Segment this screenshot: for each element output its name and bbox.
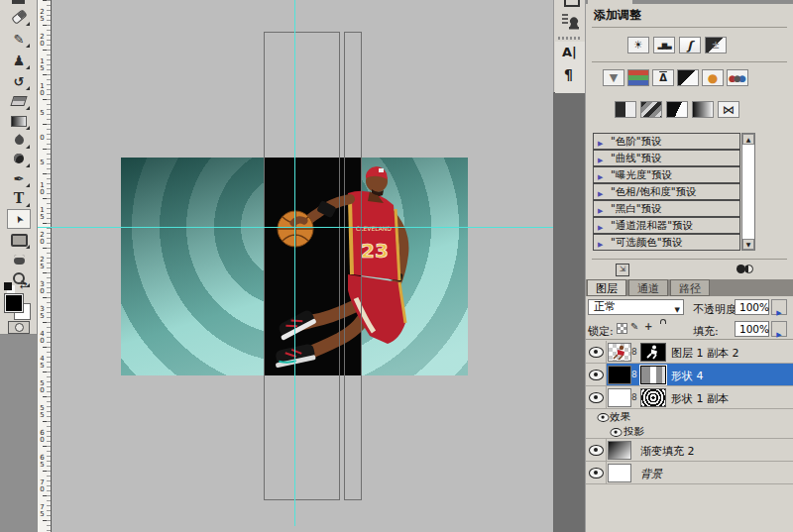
foreground-color-swatch[interactable] (5, 294, 23, 312)
pen-tool[interactable] (7, 168, 31, 188)
spot-healing-brush-tool[interactable] (7, 7, 31, 27)
curves-icon[interactable] (679, 37, 701, 53)
path-selection-tool[interactable] (7, 209, 31, 229)
vibrance-icon[interactable] (603, 69, 624, 86)
exposure-icon[interactable] (705, 37, 727, 53)
eye-icon[interactable] (598, 413, 610, 422)
preset-item[interactable]: "可选颜色"预设 (593, 234, 740, 251)
layer-thumbnail[interactable] (608, 343, 631, 362)
paragraph-panel-icon[interactable]: ¶ (564, 66, 573, 82)
swap-colors-icon[interactable]: ⇄ (20, 280, 28, 290)
clone-source-panel-icon[interactable] (561, 12, 579, 30)
lock-image-icon[interactable]: ✎ (630, 321, 638, 332)
clone-stamp-tool[interactable] (7, 51, 31, 70)
type-tool[interactable] (7, 188, 31, 208)
expand-panel-icon[interactable]: ⇲ (616, 264, 629, 276)
photoshop-workspace: ⇄ 25 20 15 10 5 0 5 10 15 20 25 30 35 40… (0, 0, 793, 532)
layer-row-layer1-copy2[interactable]: 图层 1 副本 2 (586, 341, 793, 364)
fill-value[interactable]: 100% (735, 321, 769, 337)
vertical-guide[interactable] (294, 0, 295, 526)
black-white-icon[interactable] (677, 69, 699, 86)
visibility-cell[interactable] (586, 386, 607, 408)
shape-path-outline-wide[interactable] (264, 32, 340, 500)
opacity-value[interactable]: 100% (735, 299, 769, 315)
photo-filter-icon[interactable] (702, 69, 724, 86)
divider (592, 61, 787, 62)
posterize-icon[interactable] (640, 101, 662, 118)
layer-row-background[interactable]: 背景 (586, 462, 793, 484)
layer-thumbnail[interactable] (608, 366, 631, 384)
layer-row-shape4-selected[interactable]: 形状 4 (586, 364, 793, 386)
eraser-tool[interactable] (7, 91, 31, 111)
shape-path-outline-narrow[interactable] (344, 32, 362, 500)
eye-icon[interactable] (589, 370, 604, 380)
hue-saturation-icon[interactable] (627, 69, 649, 86)
preset-item[interactable]: "色阶"预设 (593, 133, 740, 150)
preset-item[interactable]: "曝光度"预设 (593, 166, 740, 183)
drop-shadow-row[interactable]: 投影 (586, 424, 793, 439)
color-balance-icon[interactable] (652, 69, 674, 86)
lock-position-icon[interactable]: + (644, 321, 652, 332)
vertical-ruler[interactable]: 25 20 15 10 5 0 5 10 15 20 25 30 35 40 4… (38, 0, 52, 532)
levels-icon[interactable] (653, 37, 675, 53)
visibility-cell[interactable] (586, 341, 607, 363)
dock-grip-dots[interactable] (558, 37, 582, 40)
vector-mask-thumbnail[interactable] (640, 388, 666, 407)
layer-thumbnail[interactable] (608, 388, 631, 407)
effects-row[interactable]: 效果 (586, 409, 793, 424)
opacity-spinner-icon[interactable] (771, 299, 787, 315)
ruler-label: 75 (39, 504, 46, 517)
invert-icon[interactable] (615, 101, 636, 118)
tab-channels[interactable]: 通道 (628, 279, 668, 296)
preset-scrollbar[interactable]: ▲ ▼ (741, 133, 755, 251)
channel-mixer-icon[interactable] (727, 69, 748, 86)
eye-icon[interactable] (589, 347, 604, 358)
lock-transparency-icon[interactable] (617, 323, 627, 334)
gradient-tool[interactable] (7, 111, 31, 131)
blur-tool[interactable] (7, 130, 31, 150)
tab-paths[interactable]: 路径 (670, 279, 710, 296)
blend-mode-select[interactable]: 正常 (588, 299, 684, 315)
preset-item[interactable]: "曲线"预设 (593, 150, 740, 166)
shape-tool[interactable] (7, 230, 31, 250)
layer-thumbnail[interactable] (608, 464, 631, 482)
layer-thumbnail[interactable] (608, 441, 631, 460)
player-mini-thumb (609, 344, 630, 361)
adjustments-tab-partial[interactable] (588, 0, 632, 4)
eye-icon[interactable] (611, 428, 623, 437)
character-panel-icon[interactable]: A| (562, 45, 577, 59)
preset-item[interactable]: "通道混和器"预设 (593, 217, 740, 234)
gradient-map-icon[interactable] (692, 101, 714, 118)
cropped-tool-icon (12, 0, 25, 4)
eye-icon[interactable] (589, 392, 604, 403)
layer-row-gradient-fill2[interactable]: 渐变填充 2 (586, 439, 793, 462)
preset-item[interactable]: "黑白"预设 (593, 200, 740, 217)
preset-item[interactable]: "色相/饱和度"预设 (593, 183, 740, 200)
threshold-icon[interactable] (666, 101, 688, 118)
horizontal-guide[interactable] (38, 227, 553, 228)
visibility-cell[interactable] (586, 439, 607, 461)
burn-tool[interactable] (7, 149, 31, 168)
tab-layers[interactable]: 图层 (587, 279, 626, 296)
vector-mask-thumbnail[interactable] (640, 366, 666, 384)
fill-spinner-icon[interactable] (771, 321, 787, 337)
scroll-up-icon[interactable]: ▲ (742, 134, 754, 145)
switch-panel-view-icon[interactable] (736, 265, 756, 274)
layer-mask-thumbnail[interactable] (640, 343, 666, 362)
brightness-contrast-icon[interactable] (627, 37, 649, 53)
visibility-cell[interactable] (586, 462, 607, 483)
history-brush-tool[interactable] (7, 71, 31, 91)
ruler-label: 35 (39, 306, 46, 319)
visibility-cell[interactable] (586, 364, 607, 385)
eye-icon[interactable] (589, 445, 604, 456)
scroll-down-icon[interactable]: ▼ (742, 239, 754, 250)
hand-tool[interactable] (7, 250, 31, 269)
eye-icon[interactable] (589, 468, 604, 479)
ruler-label: 30 (39, 281, 46, 294)
quick-mask-button[interactable] (8, 321, 30, 334)
brush-tool[interactable] (7, 29, 31, 49)
link-icon (631, 370, 637, 379)
selective-color-icon[interactable] (718, 101, 739, 118)
layer-row-shape1-copy[interactable]: 形状 1 副本 (586, 386, 793, 409)
default-colors-icon[interactable] (4, 282, 12, 290)
